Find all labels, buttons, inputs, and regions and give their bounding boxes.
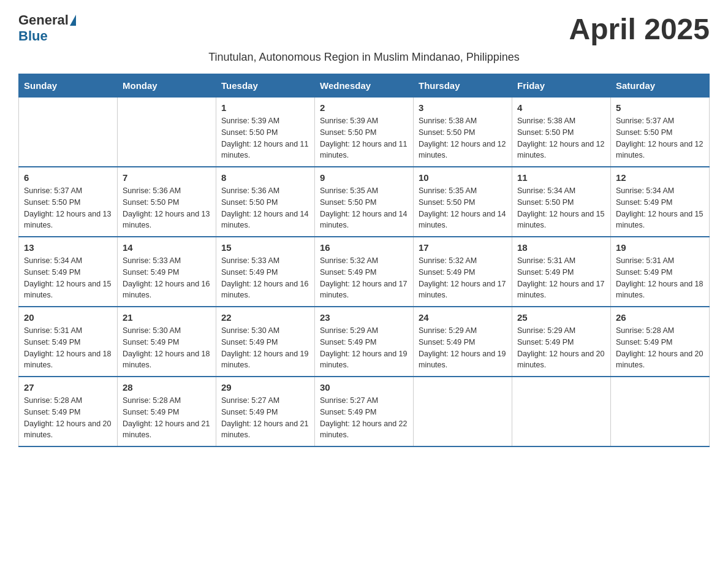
day-info: Sunrise: 5:29 AM Sunset: 5:49 PM Dayligh… (320, 325, 408, 371)
calendar-cell: 19Sunrise: 5:31 AM Sunset: 5:49 PM Dayli… (611, 237, 710, 307)
calendar-cell (19, 98, 118, 167)
subtitle: Tinutulan, Autonomous Region in Muslim M… (18, 51, 710, 64)
header-sunday: Sunday (19, 74, 118, 98)
day-info: Sunrise: 5:28 AM Sunset: 5:49 PM Dayligh… (616, 325, 704, 371)
calendar-table: SundayMondayTuesdayWednesdayThursdayFrid… (18, 74, 710, 447)
day-number: 11 (517, 172, 605, 183)
day-number: 27 (24, 382, 112, 393)
calendar-cell: 30Sunrise: 5:27 AM Sunset: 5:49 PM Dayli… (315, 377, 414, 446)
day-info: Sunrise: 5:37 AM Sunset: 5:50 PM Dayligh… (24, 185, 112, 231)
day-info: Sunrise: 5:34 AM Sunset: 5:49 PM Dayligh… (24, 255, 112, 301)
calendar-cell: 18Sunrise: 5:31 AM Sunset: 5:49 PM Dayli… (512, 237, 611, 307)
day-number: 13 (24, 242, 112, 253)
day-info: Sunrise: 5:38 AM Sunset: 5:50 PM Dayligh… (517, 115, 605, 161)
calendar-cell: 21Sunrise: 5:30 AM Sunset: 5:49 PM Dayli… (118, 307, 216, 377)
day-number: 3 (419, 102, 507, 113)
day-info: Sunrise: 5:34 AM Sunset: 5:49 PM Dayligh… (616, 185, 704, 231)
calendar-cell: 7Sunrise: 5:36 AM Sunset: 5:50 PM Daylig… (118, 167, 216, 237)
day-number: 26 (616, 312, 704, 323)
calendar-cell: 3Sunrise: 5:38 AM Sunset: 5:50 PM Daylig… (414, 98, 512, 167)
logo: General Blue (18, 12, 76, 44)
day-info: Sunrise: 5:31 AM Sunset: 5:49 PM Dayligh… (517, 255, 605, 301)
day-info: Sunrise: 5:29 AM Sunset: 5:49 PM Dayligh… (517, 325, 605, 371)
calendar-cell: 6Sunrise: 5:37 AM Sunset: 5:50 PM Daylig… (19, 167, 118, 237)
calendar-cell: 9Sunrise: 5:35 AM Sunset: 5:50 PM Daylig… (315, 167, 414, 237)
day-info: Sunrise: 5:39 AM Sunset: 5:50 PM Dayligh… (221, 115, 309, 161)
calendar-cell: 5Sunrise: 5:37 AM Sunset: 5:50 PM Daylig… (611, 98, 710, 167)
day-number: 25 (517, 312, 605, 323)
header-friday: Friday (512, 74, 611, 98)
day-info: Sunrise: 5:34 AM Sunset: 5:50 PM Dayligh… (517, 185, 605, 231)
day-number: 24 (419, 312, 507, 323)
day-info: Sunrise: 5:39 AM Sunset: 5:50 PM Dayligh… (320, 115, 408, 161)
calendar-cell (414, 377, 512, 446)
calendar-cell: 22Sunrise: 5:30 AM Sunset: 5:49 PM Dayli… (216, 307, 315, 377)
calendar-cell: 27Sunrise: 5:28 AM Sunset: 5:49 PM Dayli… (19, 377, 118, 446)
calendar-cell: 15Sunrise: 5:33 AM Sunset: 5:49 PM Dayli… (216, 237, 315, 307)
day-number: 14 (123, 242, 211, 253)
logo-general: General (18, 12, 69, 28)
page-title: April 2025 (569, 12, 710, 46)
page-header: General Blue April 2025 (18, 12, 710, 46)
day-info: Sunrise: 5:27 AM Sunset: 5:49 PM Dayligh… (221, 395, 309, 441)
day-number: 20 (24, 312, 112, 323)
calendar-week-1: 1Sunrise: 5:39 AM Sunset: 5:50 PM Daylig… (19, 98, 710, 167)
day-number: 28 (123, 382, 211, 393)
calendar-cell: 10Sunrise: 5:35 AM Sunset: 5:50 PM Dayli… (414, 167, 512, 237)
day-info: Sunrise: 5:36 AM Sunset: 5:50 PM Dayligh… (123, 185, 211, 231)
day-number: 5 (616, 102, 704, 113)
calendar-cell: 2Sunrise: 5:39 AM Sunset: 5:50 PM Daylig… (315, 98, 414, 167)
day-number: 7 (123, 172, 211, 183)
calendar-cell: 25Sunrise: 5:29 AM Sunset: 5:49 PM Dayli… (512, 307, 611, 377)
day-info: Sunrise: 5:27 AM Sunset: 5:49 PM Dayligh… (320, 395, 408, 441)
calendar-cell: 11Sunrise: 5:34 AM Sunset: 5:50 PM Dayli… (512, 167, 611, 237)
day-info: Sunrise: 5:28 AM Sunset: 5:49 PM Dayligh… (24, 395, 112, 441)
day-info: Sunrise: 5:35 AM Sunset: 5:50 PM Dayligh… (419, 185, 507, 231)
calendar-cell: 24Sunrise: 5:29 AM Sunset: 5:49 PM Dayli… (414, 307, 512, 377)
day-number: 17 (419, 242, 507, 253)
calendar-cell (611, 377, 710, 446)
logo-blue: Blue (18, 28, 48, 44)
day-info: Sunrise: 5:35 AM Sunset: 5:50 PM Dayligh… (320, 185, 408, 231)
calendar-week-4: 20Sunrise: 5:31 AM Sunset: 5:49 PM Dayli… (19, 307, 710, 377)
calendar-cell: 20Sunrise: 5:31 AM Sunset: 5:49 PM Dayli… (19, 307, 118, 377)
day-info: Sunrise: 5:36 AM Sunset: 5:50 PM Dayligh… (221, 185, 309, 231)
calendar-cell: 12Sunrise: 5:34 AM Sunset: 5:49 PM Dayli… (611, 167, 710, 237)
calendar-cell: 16Sunrise: 5:32 AM Sunset: 5:49 PM Dayli… (315, 237, 414, 307)
day-number: 30 (320, 382, 408, 393)
calendar-cell: 17Sunrise: 5:32 AM Sunset: 5:49 PM Dayli… (414, 237, 512, 307)
day-info: Sunrise: 5:38 AM Sunset: 5:50 PM Dayligh… (419, 115, 507, 161)
calendar-cell: 28Sunrise: 5:28 AM Sunset: 5:49 PM Dayli… (118, 377, 216, 446)
day-info: Sunrise: 5:32 AM Sunset: 5:49 PM Dayligh… (419, 255, 507, 301)
day-number: 15 (221, 242, 309, 253)
day-number: 1 (221, 102, 309, 113)
day-info: Sunrise: 5:33 AM Sunset: 5:49 PM Dayligh… (221, 255, 309, 301)
day-number: 6 (24, 172, 112, 183)
day-info: Sunrise: 5:28 AM Sunset: 5:49 PM Dayligh… (123, 395, 211, 441)
day-number: 21 (123, 312, 211, 323)
day-info: Sunrise: 5:33 AM Sunset: 5:49 PM Dayligh… (123, 255, 211, 301)
calendar-cell: 1Sunrise: 5:39 AM Sunset: 5:50 PM Daylig… (216, 98, 315, 167)
calendar-cell: 4Sunrise: 5:38 AM Sunset: 5:50 PM Daylig… (512, 98, 611, 167)
calendar-cell: 13Sunrise: 5:34 AM Sunset: 5:49 PM Dayli… (19, 237, 118, 307)
day-info: Sunrise: 5:30 AM Sunset: 5:49 PM Dayligh… (123, 325, 211, 371)
day-number: 18 (517, 242, 605, 253)
day-info: Sunrise: 5:31 AM Sunset: 5:49 PM Dayligh… (24, 325, 112, 371)
calendar-cell: 29Sunrise: 5:27 AM Sunset: 5:49 PM Dayli… (216, 377, 315, 446)
calendar-cell: 14Sunrise: 5:33 AM Sunset: 5:49 PM Dayli… (118, 237, 216, 307)
day-number: 16 (320, 242, 408, 253)
calendar-week-5: 27Sunrise: 5:28 AM Sunset: 5:49 PM Dayli… (19, 377, 710, 446)
day-number: 29 (221, 382, 309, 393)
day-number: 22 (221, 312, 309, 323)
day-info: Sunrise: 5:31 AM Sunset: 5:49 PM Dayligh… (616, 255, 704, 301)
header-thursday: Thursday (414, 74, 512, 98)
calendar-cell: 26Sunrise: 5:28 AM Sunset: 5:49 PM Dayli… (611, 307, 710, 377)
logo-triangle-icon (70, 15, 76, 26)
day-number: 19 (616, 242, 704, 253)
header-wednesday: Wednesday (315, 74, 414, 98)
header-monday: Monday (118, 74, 216, 98)
day-number: 4 (517, 102, 605, 113)
calendar-cell: 8Sunrise: 5:36 AM Sunset: 5:50 PM Daylig… (216, 167, 315, 237)
day-info: Sunrise: 5:37 AM Sunset: 5:50 PM Dayligh… (616, 115, 704, 161)
day-info: Sunrise: 5:32 AM Sunset: 5:49 PM Dayligh… (320, 255, 408, 301)
